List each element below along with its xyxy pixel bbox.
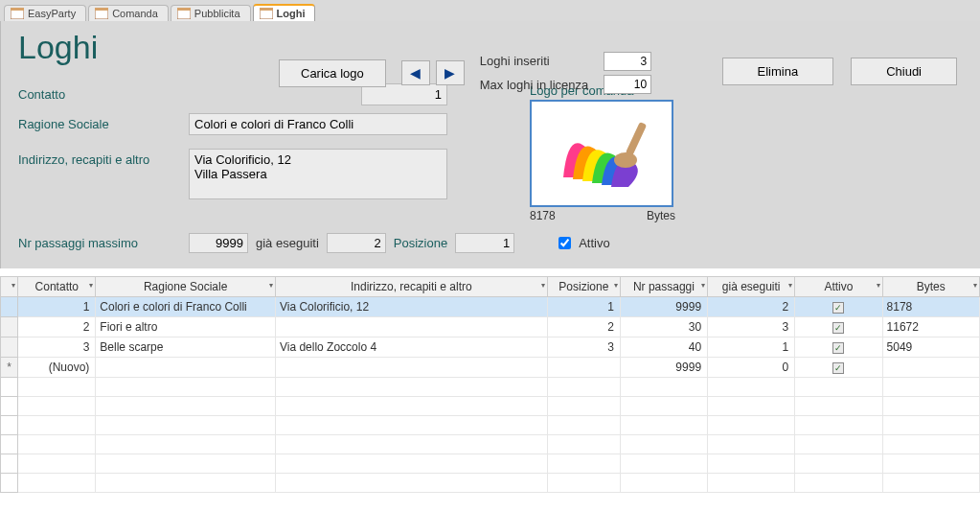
cell-ragione[interactable] xyxy=(96,358,276,378)
prev-button[interactable]: ◀ xyxy=(401,60,430,85)
cell-posizione[interactable] xyxy=(547,358,620,378)
row-selector[interactable] xyxy=(1,297,18,317)
cell-posizione[interactable]: 3 xyxy=(547,337,620,358)
close-button[interactable]: Chiudi xyxy=(851,58,957,85)
ragione-field[interactable] xyxy=(189,113,447,135)
col-indirizzo[interactable]: Indirizzo, recapiti e altro▾ xyxy=(275,277,547,297)
checkbox-icon: ✓ xyxy=(832,302,844,314)
tab-label: Loghi xyxy=(277,8,306,19)
cell-bytes[interactable] xyxy=(882,358,979,378)
tab-comanda[interactable]: Comanda xyxy=(88,5,169,21)
cell-contatto[interactable]: (Nuovo) xyxy=(18,358,96,378)
lbl-contatto: Contatto xyxy=(18,83,181,105)
cell-ragione[interactable]: Fiori e altro xyxy=(96,317,276,337)
table-row[interactable]: 3Belle scarpeVia dello Zoccolo 43401✓504… xyxy=(1,337,980,358)
chevron-down-icon: ▾ xyxy=(973,281,977,290)
form-icon xyxy=(95,8,108,19)
cell-eseguiti[interactable]: 0 xyxy=(708,358,795,378)
posizione-field[interactable] xyxy=(455,233,514,253)
delete-button[interactable]: Elimina xyxy=(722,58,834,85)
col-eseguiti[interactable]: già eseguiti▾ xyxy=(708,277,795,297)
row-selector-header[interactable]: ▾ xyxy=(1,277,18,297)
svg-rect-1 xyxy=(11,8,24,11)
row-selector-new[interactable]: * xyxy=(1,358,18,378)
svg-rect-8 xyxy=(626,122,647,156)
row-selector[interactable] xyxy=(1,337,18,358)
maxlic-field[interactable] xyxy=(604,75,651,94)
chevron-down-icon: ▾ xyxy=(877,281,880,290)
cell-eseguiti[interactable]: 1 xyxy=(708,337,795,358)
col-passaggi[interactable]: Nr passaggi▾ xyxy=(620,277,707,297)
table-row[interactable]: 1Colori e colori di Franco ColliVia Colo… xyxy=(1,297,980,317)
table-row[interactable]: 2Fiori e altro2303✓11672 xyxy=(1,317,980,337)
lbl-ragione: Ragione Sociale xyxy=(18,113,181,135)
cell-contatto[interactable]: 3 xyxy=(18,337,96,358)
header-row: ▾ Contatto▾ Ragione Sociale▾ Indirizzo, … xyxy=(1,277,980,297)
indirizzo-field[interactable] xyxy=(189,149,447,199)
table-row-empty xyxy=(1,474,980,493)
lbl-nrpass: Nr passaggi massimo xyxy=(18,236,181,250)
lbl-maxlic: Max loghi in licenza xyxy=(480,78,588,92)
table-row-empty xyxy=(1,397,980,416)
chevron-down-icon: ▾ xyxy=(11,281,15,290)
col-contatto[interactable]: Contatto▾ xyxy=(18,277,96,297)
cell-passaggi[interactable]: 40 xyxy=(620,337,707,358)
col-ragione[interactable]: Ragione Sociale▾ xyxy=(96,277,276,297)
form-icon xyxy=(11,8,24,19)
col-posizione[interactable]: Posizione▾ xyxy=(547,277,620,297)
cell-ragione[interactable]: Colori e colori di Franco Colli xyxy=(96,297,276,317)
cell-attivo[interactable]: ✓ xyxy=(795,337,882,358)
cell-passaggi[interactable]: 30 xyxy=(620,317,707,337)
cell-indirizzo[interactable]: Via dello Zoccolo 4 xyxy=(275,337,547,358)
lbl-inserted: Loghi inseriti xyxy=(480,54,588,68)
logo-bytes-label: Bytes xyxy=(647,209,675,222)
tab-loghi[interactable]: Loghi xyxy=(253,4,316,21)
cell-bytes[interactable]: 8178 xyxy=(882,297,979,317)
next-button[interactable]: ▶ xyxy=(436,60,465,85)
svg-rect-3 xyxy=(95,8,108,11)
cell-posizione[interactable]: 1 xyxy=(547,297,620,317)
cell-passaggi[interactable]: 9999 xyxy=(620,358,707,378)
cell-bytes[interactable]: 5049 xyxy=(882,337,979,358)
cell-ragione[interactable]: Belle scarpe xyxy=(96,337,276,358)
col-attivo[interactable]: Attivo▾ xyxy=(795,277,882,297)
svg-rect-7 xyxy=(260,8,273,11)
cell-contatto[interactable]: 2 xyxy=(18,317,96,337)
cell-contatto[interactable]: 1 xyxy=(18,297,96,317)
lbl-posizione: Posizione xyxy=(394,236,447,250)
cell-attivo[interactable]: ✓ xyxy=(795,358,882,378)
checkbox-icon: ✓ xyxy=(832,362,844,374)
lbl-attivo: Attivo xyxy=(579,236,610,250)
row-selector[interactable] xyxy=(1,317,18,337)
cell-indirizzo[interactable] xyxy=(275,358,547,378)
tab-easyparty[interactable]: EasyParty xyxy=(4,5,86,21)
inserted-field[interactable] xyxy=(604,52,651,71)
giaeseg-field[interactable] xyxy=(327,233,386,253)
checkbox-icon: ✓ xyxy=(832,342,844,354)
col-bytes[interactable]: Bytes▾ xyxy=(882,277,979,297)
cell-attivo[interactable]: ✓ xyxy=(795,317,882,337)
cell-indirizzo[interactable]: Via Colorificio, 12 xyxy=(275,297,547,317)
form-icon xyxy=(177,8,191,19)
cell-posizione[interactable]: 2 xyxy=(547,317,620,337)
tab-pubblicita[interactable]: Pubblicita xyxy=(171,5,251,21)
top-controls: Carica logo ◀ ▶ Loghi inseriti Max loghi… xyxy=(279,52,651,94)
lbl-indirizzo: Indirizzo, recapiti e altro xyxy=(18,149,181,199)
chevron-down-icon: ▾ xyxy=(269,281,273,290)
cell-indirizzo[interactable] xyxy=(275,317,547,337)
form-pane: Loghi Carica logo ◀ ▶ Loghi inseriti Max… xyxy=(0,21,980,268)
tab-bar: EasyParty Comanda Pubblicita Loghi xyxy=(0,0,980,21)
load-logo-button[interactable]: Carica logo xyxy=(279,59,386,87)
tab-label: Pubblicita xyxy=(194,8,240,19)
cell-attivo[interactable]: ✓ xyxy=(795,297,882,317)
chevron-down-icon: ▾ xyxy=(788,281,792,290)
table-row-new[interactable]: *(Nuovo)99990✓ xyxy=(1,358,980,378)
attivo-checkbox[interactable] xyxy=(558,237,571,249)
logo-image-box[interactable] xyxy=(530,100,673,207)
cell-eseguiti[interactable]: 2 xyxy=(708,297,795,317)
nrpass-field[interactable] xyxy=(189,233,248,253)
cell-eseguiti[interactable]: 3 xyxy=(708,317,795,337)
cell-bytes[interactable]: 11672 xyxy=(882,317,979,337)
cell-passaggi[interactable]: 9999 xyxy=(620,297,707,317)
paintbrush-icon xyxy=(544,110,659,197)
